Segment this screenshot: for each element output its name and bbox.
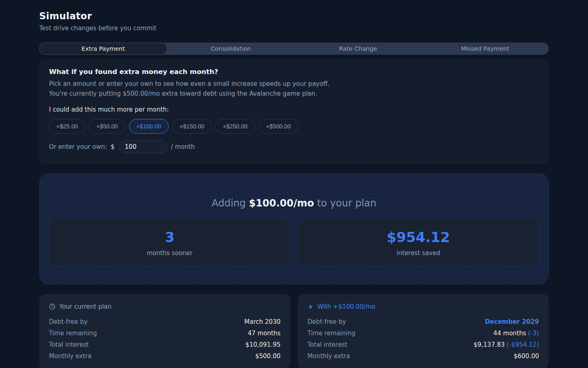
row-value: December 2029 <box>485 318 539 325</box>
row-value: 44 months <box>493 330 526 337</box>
interest-saved-value: $954.12 <box>387 229 450 245</box>
table-row: Monthly extra $600.00 <box>307 350 539 362</box>
row-delta: (-3) <box>528 330 539 337</box>
current-plan-rows: Debt-free by March 2030 Time remaining 4… <box>49 316 281 362</box>
extra-payment-card: What if you found extra money each month… <box>39 59 549 164</box>
interest-saved-stat: $954.12 interest saved <box>298 220 539 266</box>
with-extra-rows: Debt-free by December 2029 Time remainin… <box>307 316 539 362</box>
chip-250[interactable]: +$250.00 <box>215 119 255 134</box>
row-label: Debt-free by <box>307 318 346 325</box>
row-label: Debt-free by <box>49 318 87 325</box>
current-plan-title: Your current plan <box>59 303 111 310</box>
months-sooner-stat: 3 months sooner <box>49 220 290 266</box>
amount-chips-row: +$25.00 +$50.00 +$100.00 +$150.00 +$250.… <box>49 119 539 134</box>
row-value: 47 months <box>248 330 281 337</box>
row-delta: (-$954.12) <box>507 341 539 348</box>
custom-amount-row: Or enter your own: $ / month <box>49 140 539 153</box>
comparison-row: Your current plan Debt-free by March 203… <box>39 294 549 368</box>
row-value: $500.00 <box>255 352 281 360</box>
with-extra-title: With +$100.00/mo <box>317 303 375 310</box>
current-plan-card: Your current plan Debt-free by March 203… <box>39 294 290 368</box>
currency-symbol: $ <box>111 143 115 150</box>
row-value: $10,091.95 <box>245 341 281 348</box>
months-sooner-label: months sooner <box>147 249 192 257</box>
row-label: Total interest <box>307 341 347 348</box>
page-title: Simulator <box>39 11 549 21</box>
row-value: March 2030 <box>244 318 281 325</box>
headline-amount: $100.00/mo <box>249 197 314 209</box>
custom-amount-label: Or enter your own: <box>49 143 107 150</box>
tab-rate-change[interactable]: Rate Change <box>294 43 422 55</box>
chip-25[interactable]: +$25.00 <box>49 119 85 134</box>
table-row: Time remaining 44 months (-3) <box>307 328 539 339</box>
per-month-label: / month <box>171 143 195 150</box>
months-sooner-value: 3 <box>165 229 175 245</box>
tab-missed-payment[interactable]: Missed Payment <box>422 43 549 55</box>
card-description: Pick an amount or enter your own to see … <box>49 79 539 99</box>
headline-post: to your plan <box>314 197 376 209</box>
table-row: Debt-free by December 2029 <box>307 316 539 328</box>
row-label: Time remaining <box>307 330 355 337</box>
tab-consolidation[interactable]: Consolidation <box>167 43 295 55</box>
chips-label: I could add this much more per month: <box>49 106 539 113</box>
chip-50[interactable]: +$50.00 <box>89 119 125 134</box>
interest-saved-label: interest saved <box>396 249 440 257</box>
table-row: Total interest $10,091.95 <box>49 339 281 350</box>
row-value: $600.00 <box>514 352 539 360</box>
card-heading: What if you found extra money each month… <box>49 68 539 76</box>
table-row: Total interest $9,137.83 (-$954.12) <box>307 339 539 350</box>
card-description-line2: You're currently putting $500.00/mo extr… <box>49 89 539 99</box>
custom-amount-input[interactable] <box>119 140 167 153</box>
current-plan-header: Your current plan <box>49 303 281 310</box>
clock-icon <box>49 303 56 310</box>
row-label: Monthly extra <box>307 352 350 360</box>
with-extra-card: With +$100.00/mo Debt-free by December 2… <box>298 294 549 368</box>
tab-extra-payment[interactable]: Extra Payment <box>39 43 167 55</box>
lightning-icon <box>307 304 314 310</box>
row-label: Time remaining <box>49 330 97 337</box>
stat-row: 3 months sooner $954.12 interest saved <box>49 220 539 266</box>
table-row: Time remaining 47 months <box>49 328 281 339</box>
result-headline: Adding $100.00/mo to your plan <box>49 197 539 210</box>
row-value: $9,137.83 <box>474 341 505 348</box>
card-description-line1: Pick an amount or enter your own to see … <box>49 79 539 89</box>
row-label: Monthly extra <box>49 352 91 360</box>
simulator-page: Simulator Test drive changes before you … <box>39 0 549 368</box>
table-row: Monthly extra $500.00 <box>49 350 281 362</box>
result-panel: Adding $100.00/mo to your plan 3 months … <box>39 173 549 285</box>
headline-pre: Adding <box>212 197 249 209</box>
chip-500[interactable]: +$500.00 <box>258 119 298 134</box>
row-label: Total interest <box>49 341 89 348</box>
table-row: Debt-free by March 2030 <box>49 316 281 328</box>
with-extra-header: With +$100.00/mo <box>307 303 539 310</box>
chip-100[interactable]: +$100.00 <box>129 119 169 134</box>
simulator-tabbar: Extra Payment Consolidation Rate Change … <box>39 43 549 55</box>
chip-150[interactable]: +$150.00 <box>172 119 212 134</box>
page-subtitle: Test drive changes before you commit <box>39 25 549 32</box>
